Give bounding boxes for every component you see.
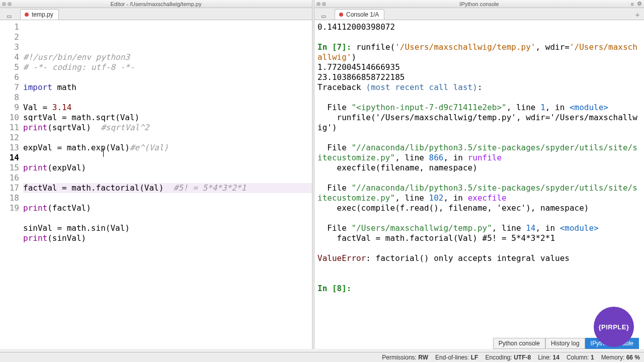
line-number: 12 <box>0 133 19 143</box>
path-string: '/Users/maxschallwig/temp.py' <box>395 42 535 52</box>
tb-code: factVal = math.factorial(Val) #5! = 5*4*… <box>317 233 555 243</box>
error-name: ValueError <box>317 253 366 263</box>
editor-tab[interactable]: temp.py <box>20 9 59 20</box>
console-output[interactable]: 0.14112000398072 In [7]: runfile('/Users… <box>314 20 644 349</box>
code-line[interactable] <box>23 133 312 143</box>
code-line[interactable] <box>23 213 312 223</box>
code-line[interactable] <box>23 153 312 163</box>
editor-body[interactable]: 12345678910111213141516171819 #!/usr/bin… <box>0 20 312 349</box>
close-tab-icon[interactable] <box>25 13 29 17</box>
code-line[interactable] <box>23 93 312 103</box>
line-number: 1 <box>0 22 19 32</box>
line-number: 2 <box>0 32 19 42</box>
window-dot[interactable] <box>316 2 320 6</box>
editor-tab-label: temp.py <box>32 11 53 18</box>
line-number: 18 <box>0 193 19 203</box>
line-number: 19 <box>0 203 19 213</box>
code-line[interactable]: # -*- coding: utf-8 -*- <box>23 62 312 72</box>
editor-window-title: Editor - /Users/maxschallwig/temp.py <box>0 1 312 7</box>
line-number: 6 <box>0 72 19 82</box>
line-number: 10 <box>0 113 19 123</box>
code-line[interactable] <box>23 193 312 203</box>
code-line[interactable]: print(sinVal) <box>23 233 312 243</box>
console-tab-label: Console 1/A <box>346 11 379 18</box>
code-line[interactable]: import math <box>23 82 312 93</box>
status-encoding: Encoding: UTF-8 <box>485 354 531 361</box>
status-permissions: Permissions: RW <box>382 354 428 361</box>
line-number: 15 <box>0 163 19 173</box>
console-title-bar: IPython console ⚙ ≡ <box>314 0 644 8</box>
line-number: 3 <box>0 42 19 52</box>
output-line: 0.14112000398072 <box>317 22 395 32</box>
code-line[interactable]: sqrtVal = math.sqrt(Val) <box>23 113 312 123</box>
line-number: 16 <box>0 173 19 183</box>
tb-file: "<ipython-input-7-d9c71411e2eb>" <box>351 103 506 112</box>
console-window-title: IPython console <box>314 1 644 7</box>
code-area[interactable]: #!/usr/bin/env python3# -*- coding: utf-… <box>21 20 312 349</box>
status-memory: Memory: 66 % <box>601 354 640 361</box>
tb-code: runfile('/Users/maxschallwig/temp.py', w… <box>317 113 637 132</box>
traceback-label: Traceback <box>317 82 366 92</box>
tb-file: "/Users/maxschallwig/temp.py" <box>351 223 492 233</box>
status-column: Column: 1 <box>567 354 594 361</box>
line-number: 7 <box>0 82 19 93</box>
in-prompt: In [7]: <box>317 42 356 52</box>
code-text: runfile( <box>356 42 395 52</box>
line-number: 11 <box>0 123 19 133</box>
menu-icon[interactable]: ≡ <box>631 1 634 7</box>
window-dot[interactable] <box>8 2 12 6</box>
output-line: 23.103866858722185 <box>317 72 405 82</box>
window-dot[interactable] <box>322 2 326 6</box>
console-pane: IPython console ⚙ ≡ ▭ Console 1/A ＋ 0.14… <box>314 0 644 349</box>
line-number: 8 <box>0 93 19 103</box>
tb-code: execfile(filename, namespace) <box>317 163 477 172</box>
editor-title-bar: Editor - /Users/maxschallwig/temp.py <box>0 0 312 8</box>
tab-history-log[interactable]: History log <box>545 338 585 349</box>
code-line[interactable]: expVal = math.exp(Val)#e^(Val) <box>23 143 312 153</box>
console-tab[interactable]: Console 1/A <box>335 9 384 20</box>
close-tab-icon[interactable] <box>339 13 343 17</box>
code-line[interactable]: factVal = math.factorial(Val) #5! = 5*4*… <box>23 183 312 193</box>
tb-code: exec(compile(f.read(), filename, 'exec')… <box>317 203 589 213</box>
output-line: 1.772004514666935 <box>317 62 400 72</box>
window-dot[interactable] <box>2 2 6 6</box>
add-console-icon[interactable]: ＋ <box>634 11 641 20</box>
editor-pane: Editor - /Users/maxschallwig/temp.py ▭ t… <box>0 0 312 349</box>
code-line[interactable]: print(factVal) <box>23 203 312 213</box>
line-number: 14 <box>0 153 19 163</box>
tab-menu-icon[interactable]: ▭ <box>0 13 18 20</box>
status-line: Line: 14 <box>538 354 559 361</box>
status-eol: End-of-lines: LF <box>435 354 478 361</box>
code-line[interactable] <box>23 173 312 183</box>
code-line[interactable]: print(sqrtVal) #sqrtVal^2 <box>23 123 312 133</box>
code-line[interactable] <box>23 72 312 82</box>
tab-python-console[interactable]: Python console <box>493 338 545 349</box>
line-number: 17 <box>0 183 19 193</box>
code-line[interactable]: #!/usr/bin/env python3 <box>23 52 312 62</box>
line-number: 4 <box>0 52 19 62</box>
gear-icon[interactable]: ⚙ <box>637 1 642 7</box>
text-cursor <box>103 148 104 157</box>
console-tab-bar: ▭ Console 1/A ＋ <box>314 8 644 20</box>
status-bar: Permissions: RW End-of-lines: LF Encodin… <box>0 352 644 362</box>
line-number-gutter: 12345678910111213141516171819 <box>0 20 21 349</box>
line-number: 13 <box>0 143 19 153</box>
editor-tab-bar: ▭ temp.py <box>0 8 312 20</box>
code-line[interactable]: print(expVal) <box>23 163 312 173</box>
pirple-badge: {PIRPLE} <box>594 307 634 347</box>
code-line[interactable]: Val = 3.14 <box>23 103 312 113</box>
in-prompt: In [8]: <box>317 284 356 293</box>
error-msg: : factorial() only accepts integral valu… <box>366 253 570 263</box>
tab-menu-icon[interactable]: ▭ <box>314 13 333 20</box>
line-number: 9 <box>0 103 19 113</box>
line-number: 5 <box>0 62 19 72</box>
code-line[interactable]: sinVal = math.sin(Val) <box>23 223 312 233</box>
